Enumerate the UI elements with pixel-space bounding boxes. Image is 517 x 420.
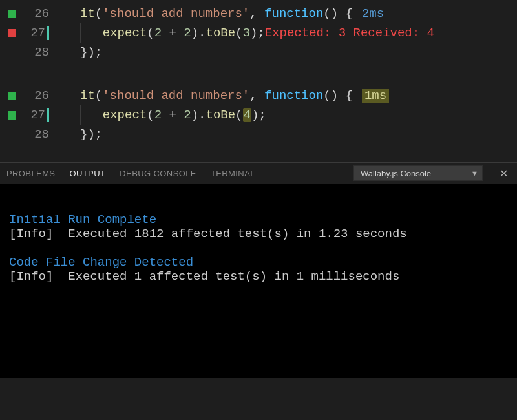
tab-debug-console[interactable]: DEBUG CONSOLE — [120, 169, 196, 178]
line-number: 26 — [34, 6, 49, 21]
console-text: Executed 1812 affected test(s) in 1.23 s… — [53, 227, 406, 241]
console-heading: Code File Change Detected — [9, 255, 193, 269]
test-pass-icon — [8, 92, 16, 100]
code-content[interactable]: expect(2 + 2).toBe(4); — [56, 105, 266, 125]
code-content[interactable]: }); — [56, 45, 102, 59]
line-number: 27 — [30, 108, 45, 122]
cursor-icon — [47, 26, 49, 40]
code-line[interactable]: 26 it('should add numbers', function() {… — [0, 86, 517, 105]
chevron-down-icon: ▼ — [471, 169, 478, 177]
line-number: 27 — [30, 26, 45, 40]
console-text: Executed 1 affected test(s) in 1 millise… — [53, 269, 399, 284]
code-content[interactable]: }); — [56, 127, 102, 142]
code-line[interactable]: 26 it('should add numbers', function() {… — [0, 4, 517, 23]
changed-value: 4 — [243, 108, 251, 122]
code-line[interactable]: 28 }); — [0, 125, 517, 144]
tab-terminal[interactable]: TERMINAL — [211, 169, 255, 178]
gutter: 27 — [0, 26, 56, 40]
code-content[interactable]: it('should add numbers', function() {1ms — [56, 89, 389, 103]
tok-function: function — [264, 6, 323, 21]
editor-pane-after: 26 it('should add numbers', function() {… — [0, 74, 517, 156]
code-content[interactable]: it('should add numbers', function() {2ms — [56, 6, 384, 21]
code-line[interactable]: 27 expect(2 + 2).toBe(3); Expected: 3 Re… — [0, 23, 517, 43]
tab-problems[interactable]: PROBLEMS — [6, 169, 55, 178]
tok-it: it — [80, 6, 95, 21]
line-number: 26 — [34, 89, 49, 103]
console-tag: [Info] — [9, 269, 53, 284]
gutter: 26 — [0, 89, 56, 103]
gutter: 28 — [0, 127, 56, 142]
error-annotation: Expected: 3 Received: 4 — [265, 26, 434, 40]
tok-testname: 'should add numbers' — [102, 6, 249, 21]
gutter: 26 — [0, 6, 56, 21]
output-console[interactable]: Initial Run Complete [Info] Executed 181… — [0, 184, 517, 378]
tab-output[interactable]: OUTPUT — [69, 169, 105, 178]
test-pass-icon — [8, 10, 16, 18]
panel-tabs: PROBLEMS OUTPUT DEBUG CONSOLE TERMINAL W… — [0, 162, 517, 184]
timing-badge: 2ms — [353, 6, 384, 21]
line-number: 28 — [34, 45, 49, 59]
gutter: 27 — [0, 108, 56, 122]
editor-pane-before: 26 it('should add numbers', function() {… — [0, 0, 517, 74]
line-number: 28 — [34, 127, 49, 142]
indent-guide — [80, 105, 88, 125]
cursor-icon — [47, 108, 49, 122]
gutter: 28 — [0, 45, 56, 59]
test-pass-icon — [8, 111, 16, 120]
code-line[interactable]: 27 expect(2 + 2).toBe(4); — [0, 105, 517, 125]
console-heading: Initial Run Complete — [9, 213, 156, 227]
close-icon[interactable]: ✕ — [497, 167, 511, 180]
timing-badge: 1ms — [362, 89, 389, 103]
code-line[interactable]: 28 }); — [0, 43, 517, 62]
test-fail-icon — [8, 29, 16, 37]
code-content[interactable]: expect(2 + 2).toBe(3); Expected: 3 Recei… — [56, 23, 434, 43]
output-channel-dropdown[interactable]: Wallaby.js Console ▼ — [353, 165, 483, 181]
indent-guide — [80, 23, 88, 43]
console-tag: [Info] — [9, 227, 53, 241]
dropdown-label: Wallaby.js Console — [361, 169, 431, 178]
